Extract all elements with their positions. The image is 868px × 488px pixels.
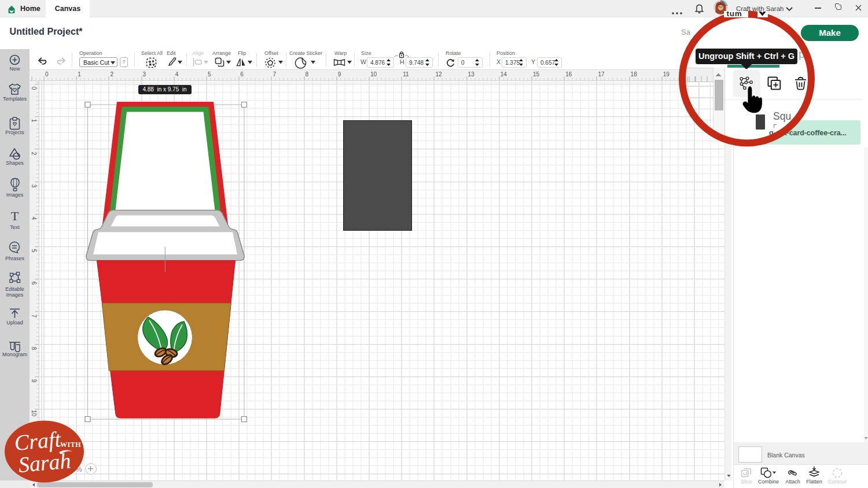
svg-text:WITH: WITH bbox=[60, 441, 81, 449]
svg-text:Sarah: Sarah bbox=[17, 448, 72, 477]
